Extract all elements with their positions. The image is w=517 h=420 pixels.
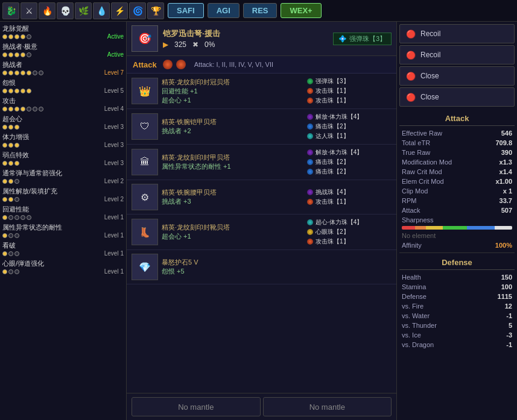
weapon-attack-label: ▶ (163, 40, 168, 49)
gem-dot-2-1 (307, 159, 313, 165)
weapon-gem: 💠 强弹珠【3】 (333, 33, 392, 45)
dot-3-2 (14, 89, 19, 93)
nav-icon-8[interactable]: 🏆 (147, 2, 164, 19)
dot-3-3 (21, 89, 25, 93)
nav-icon-4[interactable]: 🌿 (75, 2, 92, 19)
dot-0-2 (14, 34, 19, 39)
mantle-btn-1[interactable]: No mantle (132, 397, 261, 416)
gem-label-4-1: 心眼珠【2】 (316, 228, 349, 236)
dot-10-1 (8, 215, 13, 220)
skill-level-6: Level 3 (104, 142, 124, 148)
dot-1-1 (8, 52, 13, 57)
skill-bar-row-0: Active (2, 33, 124, 40)
dot-6-1 (8, 143, 13, 148)
action-btn-icon-3: 🔴 (405, 91, 417, 103)
mantle-btn-2[interactable]: No mantle (263, 397, 392, 416)
skill-level-13: Level 1 (104, 268, 124, 275)
armor-icon-5: 💎 (132, 254, 158, 280)
armor-gems-2: 解放·体力珠【4】痛击珠【2】痛击珠【2】 (307, 148, 392, 176)
gem-item-3-1: 攻击珠【1】 (307, 198, 392, 206)
attack-stat-value: 507 (501, 207, 512, 214)
tab-res[interactable]: RES (243, 3, 278, 18)
skill-bar-row-13: Level 1 (2, 268, 124, 275)
dot-11-0 (2, 233, 7, 238)
weapon-icon[interactable]: 🎯 (132, 25, 158, 52)
dot-4-1 (8, 107, 13, 111)
action-btn-icon-1: 🔴 (405, 49, 417, 61)
skill-name-10: 回避性能 (2, 205, 124, 214)
attack-types: Attack: I, II, III, IV, V, VI, VII (194, 61, 273, 68)
skill-name-2: 挑战者 (2, 60, 124, 69)
action-btn-0[interactable]: 🔴Recoil (399, 24, 515, 43)
center-panel: 🎯 铠罗迅击弩·援击 ▶ 325 ✖ 0% 💠 强弹珠【3】 Attack At… (127, 22, 396, 420)
dot-12-0 (2, 251, 7, 256)
tab-safi[interactable]: SAFI (168, 3, 204, 18)
armor-row-1[interactable]: 🛡精英·铁腕铠甲贝塔挑战者 +2解放·体力珠【4】痛击珠【2】达人珠【1】 (127, 109, 396, 145)
raw-crit-label: Raw Crit Mod (402, 168, 442, 175)
dot-2-1 (8, 71, 13, 75)
nav-icon-7[interactable]: 🌀 (129, 2, 146, 19)
main-layout: 龙脉觉醒Active挑战者·极意Active挑战者Level 7怨恨Level … (0, 22, 517, 420)
skill-item-6: 体力增强Level 3 (2, 133, 124, 148)
armor-skill1-5: 怨恨 +5 (162, 267, 392, 276)
nav-icon-3[interactable]: 💀 (57, 2, 74, 19)
dot-13-0 (2, 269, 7, 274)
dot-2-2 (14, 71, 19, 75)
nav-icon-1[interactable]: ⚔ (21, 2, 37, 19)
dot-3-0 (2, 89, 7, 93)
gem-item-0-2: 攻击珠【1】 (307, 96, 392, 105)
dot-3-4 (27, 89, 31, 93)
nav-icon-2[interactable]: 🔥 (39, 2, 56, 19)
action-btn-1[interactable]: 🔴Recoil (399, 45, 515, 64)
skill-bar-row-3: Level 5 (2, 87, 124, 94)
skill-name-13: 心眼/弾道强化 (2, 259, 124, 268)
armor-row-0[interactable]: 👑精英·龙纹刻印封冠贝塔回避性能 +1超会心 +1强弹珠【3】攻击珠【1】攻击珠… (127, 74, 396, 109)
dot-8-2 (14, 179, 19, 184)
armor-name-0: 精英·龙纹刻印封冠贝塔 (162, 78, 303, 87)
skill-item-2: 挑战者Level 7 (2, 60, 124, 76)
gem-label-2-0: 解放·体力珠【4】 (316, 148, 363, 157)
gem-label-3-0: 挑战珠【4】 (316, 188, 349, 196)
vs-ice-label: vs. Ice (402, 331, 421, 339)
weapon-affinity-icon: ✖ (192, 40, 198, 49)
skill-level-3: Level 5 (104, 87, 124, 94)
dot-1-4 (27, 52, 31, 57)
tab-wex[interactable]: WEX+ (281, 3, 321, 18)
armor-icon-0: 👑 (132, 78, 158, 104)
vs-water-label: vs. Water (402, 312, 430, 319)
skill-dots-3 (2, 89, 31, 93)
skill-dots-8 (2, 179, 19, 184)
action-btn-3[interactable]: 🔴Close (399, 87, 515, 107)
armor-gems-0: 强弹珠【3】攻击珠【1】攻击珠【1】 (307, 77, 392, 105)
action-btn-2[interactable]: 🔴Close (399, 66, 515, 86)
dot-7-1 (8, 161, 13, 166)
skill-item-9: 属性解放/装填扩充Level 2 (2, 187, 124, 202)
skill-dots-6 (2, 143, 19, 148)
nav-icon-0[interactable]: 🐉 (2, 2, 19, 19)
skill-bar-row-11: Level 1 (2, 232, 124, 239)
affinity-value: 100% (495, 242, 512, 249)
nav-icon-6[interactable]: ⚡ (111, 2, 128, 19)
left-sidebar: 龙脉觉醒Active挑战者·极意Active挑战者Level 7怨恨Level … (0, 22, 127, 420)
elem-crit-value: x1.00 (495, 178, 512, 185)
gem-item-3-0: 挑战珠【4】 (307, 188, 392, 196)
gem-label-0-2: 攻击珠【1】 (316, 96, 349, 105)
sharpness-bar (402, 226, 512, 230)
armor-row-4[interactable]: 👢精英·龙纹刻印封靴贝塔超会心 +1超心·体力珠【4】心眼珠【2】攻击珠【1】 (127, 215, 396, 250)
dot-3-1 (8, 89, 13, 93)
gem-dot-1-2 (307, 133, 313, 139)
skill-dots-1 (2, 52, 31, 57)
rpm-label: RPM (402, 197, 416, 204)
armor-row-3[interactable]: ⚙精英·铁腕腰甲贝塔挑战者 +3挑战珠【4】攻击珠【1】 (127, 180, 396, 215)
skill-dots-10 (2, 215, 31, 220)
armor-info-3: 精英·铁腕腰甲贝塔挑战者 +3 (162, 188, 303, 206)
nav-icon-5[interactable]: 💧 (93, 2, 110, 19)
dot-9-0 (2, 197, 7, 202)
skill-name-9: 属性解放/装填扩充 (2, 187, 124, 196)
health-row: Health 150 (399, 272, 515, 282)
dot-11-1 (8, 233, 13, 238)
armor-gems-3: 挑战珠【4】攻击珠【1】 (307, 188, 392, 206)
tab-agi[interactable]: AGI (208, 3, 239, 18)
armor-row-5[interactable]: 💎暴怒护石5 V怨恨 +5 (127, 250, 396, 284)
armor-row-2[interactable]: 🏛精英·龙纹刻印封甲贝塔属性异常状态的耐性 +1解放·体力珠【4】痛击珠【2】痛… (127, 145, 396, 180)
